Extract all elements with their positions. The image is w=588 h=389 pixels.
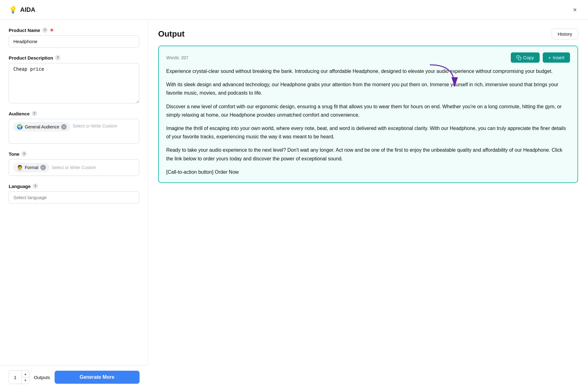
tone-tag-text: Formal [25,165,38,170]
tone-label-text: Tone [9,151,20,157]
generate-more-button[interactable]: Generate More [55,371,140,384]
output-card: Words: 207 Copy + Insert [158,46,578,183]
insert-label: Insert [553,55,564,60]
language-label: Language ? [9,183,139,189]
product-name-input[interactable] [9,35,139,47]
word-count: Words: 207 [166,55,188,60]
output-actions: Copy + Insert [511,52,570,63]
outputs-value-input[interactable] [9,371,21,384]
output-paragraph-1: Experience crystal-clear sound without b… [166,67,570,75]
product-name-label: Product Name ? ★ [9,27,139,33]
audience-help-icon[interactable]: ? [32,111,37,116]
tone-label: Tone ? [9,151,139,157]
stepper-arrows: ▲ ▼ [21,371,29,384]
tone-help-icon[interactable]: ? [21,151,27,157]
app-title: AIDA [20,6,35,13]
product-name-label-text: Product Name [9,28,40,33]
left-panel: Product Name ? ★ Product Description ? C… [0,20,148,389]
product-description-input[interactable]: Cheap price [9,63,139,103]
output-paragraph-4: Imagine the thrill of escaping into your… [166,124,570,141]
product-description-label: Product Description ? [9,55,139,60]
language-input[interactable] [9,191,139,203]
app-logo-area: 💡 AIDA [9,6,35,14]
product-description-help-icon[interactable]: ? [55,55,60,60]
spacer [9,211,139,236]
tone-tag-remove-button[interactable]: × [40,165,46,170]
language-label-text: Language [9,184,31,189]
audience-group: Audience ? 🌍 General Audience × Select o… [9,111,139,144]
bottom-bar: ▲ ▼ Outputs Generate More [0,365,148,389]
copy-button[interactable]: Copy [511,52,540,63]
globe-icon: 🌍 [17,124,23,130]
output-paragraph-2: With its sleek design and advanced techn… [166,80,570,97]
audience-tag-remove-button[interactable]: × [61,124,67,130]
tone-input[interactable]: 🧑‍💼 Formal × Select or Write Custom [9,159,139,176]
output-card-header: Words: 207 Copy + Insert [166,52,570,63]
output-header: Output History [158,29,578,39]
copy-label: Copy [523,55,534,60]
output-title: Output [158,29,185,39]
stepper-down-button[interactable]: ▼ [22,377,29,384]
copy-icon [516,55,521,60]
right-panel: Output History Words: 207 [148,20,588,389]
audience-tag-text: General Audience [25,124,59,129]
top-bar: 💡 AIDA × [0,0,588,20]
insert-icon: + [548,55,551,60]
insert-button[interactable]: + Insert [543,52,570,63]
tone-group: Tone ? 🧑‍💼 Formal × Select or Write Cust… [9,151,139,176]
product-name-help-icon[interactable]: ? [42,27,48,33]
output-paragraph-3: Discover a new level of comfort with our… [166,102,570,119]
language-group: Language ? [9,183,139,203]
product-description-group: Product Description ? Cheap price [9,55,139,103]
svg-rect-1 [518,57,521,60]
outputs-stepper[interactable]: ▲ ▼ [9,370,29,384]
language-help-icon[interactable]: ? [33,183,38,189]
stepper-up-button[interactable]: ▲ [22,371,29,377]
audience-tag-general: 🌍 General Audience × [13,122,70,131]
history-button[interactable]: History [552,29,578,39]
audience-placeholder: Select or Write Custom [73,122,117,131]
tone-tag-formal: 🧑‍💼 Formal × [13,163,49,172]
main-layout: Product Name ? ★ Product Description ? C… [0,20,588,389]
close-button[interactable]: × [570,5,579,15]
audience-label: Audience ? [9,111,139,116]
audience-label-text: Audience [9,111,30,116]
product-description-label-text: Product Description [9,55,53,60]
output-paragraph-5: Ready to take your audio experience to t… [166,146,570,163]
formal-icon: 🧑‍💼 [17,165,23,171]
tone-placeholder: Select or Write Custom [52,164,96,171]
audience-input[interactable]: 🌍 General Audience × Select or Write Cus… [9,119,139,144]
required-star: ★ [50,27,54,33]
product-name-group: Product Name ? ★ [9,27,139,47]
output-text: Experience crystal-clear sound without b… [166,67,570,176]
output-paragraph-6: [Call-to-action button] Order Now [166,168,570,176]
outputs-label: Outputs [34,375,50,380]
lightbulb-icon: 💡 [9,6,17,14]
